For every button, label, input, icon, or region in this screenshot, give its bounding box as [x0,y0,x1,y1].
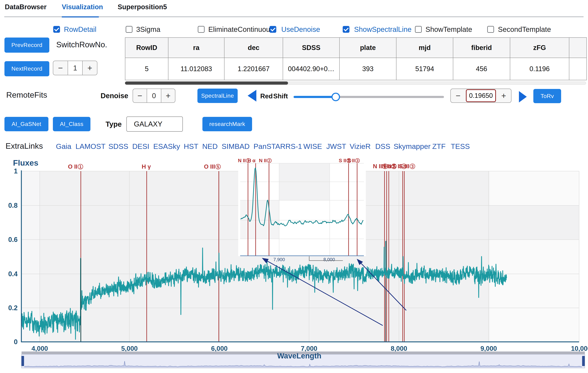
svg-text:8,000: 8,000 [323,257,335,262]
svg-text:S II: S II [347,158,355,163]
svg-text:H γ: H γ [142,163,151,170]
svg-text:9,000: 9,000 [481,345,497,352]
svg-text:0.2: 0.2 [8,304,18,312]
svg-text:1: 1 [14,167,18,175]
svg-text:0.8: 0.8 [8,202,18,209]
svg-text:WaveLength: WaveLength [277,352,321,360]
svg-text:S III: S III [399,163,410,170]
svg-text:N II: N II [259,158,267,163]
svg-text:N II: N II [373,163,382,170]
svg-text:H α: H α [247,158,255,163]
svg-text:S II: S II [339,158,346,163]
svg-text:2: 2 [268,159,270,162]
svg-text:4,000: 4,000 [32,345,48,352]
svg-text:N II: N II [382,163,391,170]
svg-text:7,000: 7,000 [301,345,317,352]
svg-text:1: 1 [79,164,82,169]
svg-text:0.6: 0.6 [8,236,18,243]
svg-text:0.4: 0.4 [8,270,18,278]
svg-text:3: 3 [357,159,358,162]
svg-text:3: 3 [411,164,414,169]
svg-text:0: 0 [14,338,18,346]
svg-text:5,000: 5,000 [121,345,138,352]
svg-text:10,000: 10,000 [571,345,588,352]
svg-text:O III: O III [204,163,215,170]
svg-text:7,900: 7,900 [273,257,285,262]
svg-text:Fluxes: Fluxes [13,158,38,167]
svg-text:5: 5 [217,164,219,169]
svg-text:8,000: 8,000 [391,345,407,352]
svg-text:O II: O II [68,163,77,170]
svg-text:N II: N II [238,158,246,163]
svg-text:6,000: 6,000 [211,345,228,352]
